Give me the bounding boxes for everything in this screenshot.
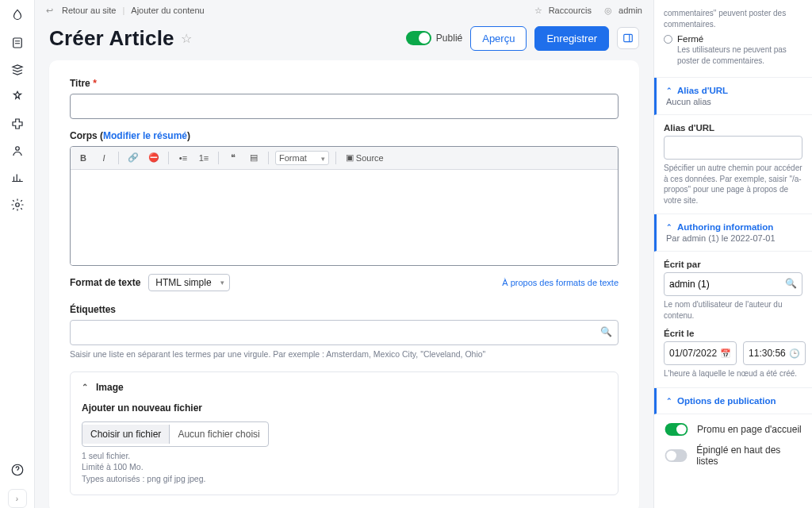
drupal-logo-icon[interactable]	[10, 8, 25, 24]
svg-point-1	[15, 147, 19, 151]
favorite-toggle-icon[interactable]: ☆	[181, 31, 192, 46]
choose-file-button[interactable]: Choisir un fichier	[82, 425, 170, 444]
add-content-link[interactable]: Ajouter du contenu	[131, 6, 204, 15]
authoring-header[interactable]: ⌃Authoring information Par admin (1) le …	[654, 214, 812, 252]
title-input[interactable]	[70, 94, 619, 119]
people-icon[interactable]	[10, 143, 25, 159]
url-alias-sub: Aucun alias	[666, 97, 802, 106]
star-icon: ☆	[534, 6, 544, 15]
format-dropdown[interactable]: Format▾	[275, 151, 329, 165]
bold-button[interactable]: B	[75, 150, 91, 166]
main-column: ↩ Retour au site | Ajouter du contenu ☆R…	[35, 0, 653, 508]
form-card: Titre Corps (Modifier le résumé) B I 🔗 ⛔…	[49, 60, 639, 508]
publish-body: Promu en page d'accueil Épinglé en haut …	[654, 414, 812, 475]
shortcuts-link[interactable]: ☆Raccourcis	[534, 6, 592, 15]
help-icon[interactable]	[10, 462, 25, 478]
edit-summary-link[interactable]: Modifier le résumé	[103, 130, 187, 141]
promote-label: Promu en page d'accueil	[697, 424, 802, 435]
url-alias-field-label: Alias d'URL	[664, 123, 802, 133]
body-label: Corps (Modifier le résumé)	[70, 130, 619, 141]
promote-toggle[interactable]	[665, 422, 688, 435]
published-toggle[interactable]	[406, 31, 431, 45]
publish-head-label: Options de publication	[677, 396, 776, 406]
back-to-site-link[interactable]: Retour au site	[62, 6, 116, 15]
url-alias-input[interactable]	[664, 136, 802, 160]
closed-radio[interactable]	[664, 35, 672, 44]
preview-button[interactable]: Aperçu	[470, 26, 527, 51]
authored-on-time-input[interactable]: 11:30:56🕒	[743, 341, 806, 365]
tags-label: Étiquettes	[70, 304, 619, 315]
authored-on-help: L'heure à laquelle le nœud a été créé.	[664, 368, 802, 379]
content-icon[interactable]	[10, 35, 25, 51]
chevron-up-icon: ⌃	[666, 223, 672, 231]
file-help-2: Limité à 100 Mo.	[82, 461, 607, 473]
authored-by-label: Écrit par	[664, 260, 802, 269]
extend-icon[interactable]	[10, 116, 25, 132]
url-alias-help: Spécifier un autre chemin pour accéder à…	[664, 163, 802, 206]
image-header: Image	[96, 382, 124, 393]
config-icon[interactable]	[10, 197, 25, 213]
authored-by-help: Le nom d'utilisateur de l'auteur du cont…	[664, 299, 802, 321]
text-format-select[interactable]: HTML simple▾	[148, 274, 229, 291]
chevron-down-icon: ▾	[220, 279, 224, 287]
text-format-label: Format de texte	[70, 277, 140, 288]
sticky-label: Épinglé en haut des listes	[696, 444, 802, 467]
user-label: admin	[619, 6, 642, 15]
comments-open-help-tail: commentaires" peuvent poster des comment…	[664, 8, 802, 29]
image-button[interactable]: ▤	[246, 150, 262, 166]
link-button[interactable]: 🔗	[125, 150, 141, 166]
body-textarea[interactable]	[71, 170, 618, 265]
authoring-head-label: Authoring information	[677, 222, 773, 232]
authoring-body: Écrit par 🔍 Le nom d'utilisateur de l'au…	[654, 252, 812, 388]
italic-button[interactable]: I	[96, 150, 112, 166]
structure-icon[interactable]	[10, 62, 25, 78]
url-alias-body: Alias d'URL Spécifier un autre chemin po…	[654, 115, 812, 214]
page-header: Créer Article ☆ Publié Aperçu Enregistre…	[35, 21, 653, 60]
save-button[interactable]: Enregistrer	[534, 26, 609, 51]
authored-on-date-input[interactable]: 01/07/2022📅	[664, 341, 737, 365]
collapse-rail-button[interactable]: ›	[8, 489, 27, 508]
tags-input[interactable]	[70, 320, 619, 345]
user-menu[interactable]: ◎admin	[604, 6, 642, 15]
chevron-up-icon: ⌃	[666, 397, 672, 405]
settings-sidebar: commentaires" peuvent poster des comment…	[653, 0, 812, 508]
page-title: Créer Article	[49, 26, 174, 51]
unlink-button[interactable]: ⛔	[146, 150, 162, 166]
file-input[interactable]: Choisir un fichier Aucun fichier choisi	[82, 421, 269, 447]
sidebar-toggle-button[interactable]	[617, 27, 639, 49]
sticky-toggle[interactable]	[665, 448, 688, 461]
user-icon: ◎	[604, 6, 614, 15]
admin-rail: ›	[0, 0, 35, 508]
calendar-icon: 📅	[720, 348, 731, 359]
appearance-icon[interactable]	[10, 89, 25, 105]
publish-header[interactable]: ⌃Options de publication	[654, 388, 812, 414]
clock-icon: 🕒	[789, 348, 800, 359]
file-upload-label: Ajouter un nouveau fichier	[82, 402, 607, 414]
topbar: ↩ Retour au site | Ajouter du contenu ☆R…	[35, 0, 653, 21]
title-label: Titre	[70, 78, 619, 89]
comments-section-tail: commentaires" peuvent poster des comment…	[654, 0, 812, 78]
shortcuts-label: Raccourcis	[549, 6, 592, 15]
url-alias-header[interactable]: ⌃Alias d'URL Aucun alias	[654, 78, 812, 115]
numbered-list-button[interactable]: 1≡	[196, 150, 212, 166]
closed-radio-help: Les utilisateurs ne peuvent pas poster d…	[677, 44, 802, 66]
file-help-3: Types autorisés : png gif jpg jpeg.	[82, 473, 607, 485]
bulleted-list-button[interactable]: •≡	[175, 150, 191, 166]
search-icon: 🔍	[600, 326, 612, 337]
svg-point-2	[15, 203, 19, 207]
source-button[interactable]: ▣ Source	[343, 150, 387, 166]
search-icon: 🔍	[785, 278, 797, 289]
svg-rect-0	[13, 38, 21, 48]
authored-on-label: Écrit le	[664, 329, 802, 338]
file-status-text: Aucun fichier choisi	[170, 429, 267, 440]
body-editor: B I 🔗 ⛔ •≡ 1≡ ❝ ▤ Format▾	[70, 146, 619, 266]
chevron-up-icon[interactable]: ⌃	[82, 383, 88, 391]
reports-icon[interactable]	[10, 170, 25, 186]
authored-by-input[interactable]	[664, 272, 802, 296]
authoring-sub: Par admin (1) le 2022-07-01	[666, 233, 802, 243]
blockquote-button[interactable]: ❝	[225, 150, 241, 166]
published-label: Publié	[436, 33, 462, 44]
back-arrow-icon: ↩	[46, 6, 56, 15]
about-text-formats-link[interactable]: À propos des formats de texte	[502, 278, 619, 287]
file-help-1: 1 seul fichier.	[82, 450, 607, 462]
